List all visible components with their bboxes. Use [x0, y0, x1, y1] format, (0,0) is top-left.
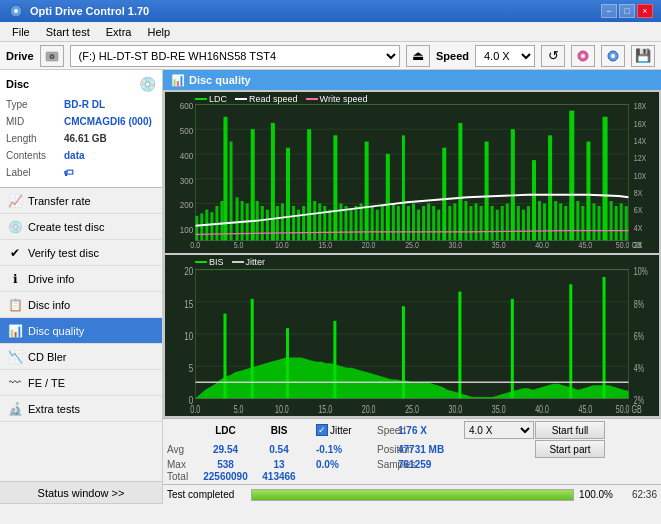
svg-rect-80 [392, 203, 395, 240]
svg-rect-63 [302, 206, 305, 241]
sidebar-item-create-test-disc[interactable]: 💿 Create test disc [0, 214, 162, 240]
svg-rect-84 [412, 203, 415, 240]
avg-jitter: -0.1% [316, 444, 376, 455]
svg-text:15.0: 15.0 [318, 404, 332, 416]
start-part-button[interactable]: Start part [535, 440, 605, 458]
svg-rect-88 [432, 206, 435, 241]
svg-rect-42 [195, 216, 198, 241]
svg-rect-116 [581, 206, 584, 241]
samples-label: Samples [377, 459, 397, 470]
sidebar-item-drive-info[interactable]: ℹ Drive info [0, 266, 162, 292]
menu-help[interactable]: Help [139, 24, 178, 40]
status-window-button[interactable]: Status window >> [0, 482, 162, 504]
drive-selector[interactable]: (F:) HL-DT-ST BD-RE WH16NS58 TST4 [70, 45, 400, 67]
stats-section: LDC BIS Jitter Speed 1.76 X 4.0 X Start … [163, 418, 661, 484]
svg-text:6%: 6% [634, 331, 644, 343]
menu-file[interactable]: File [4, 24, 38, 40]
close-button[interactable]: × [637, 4, 653, 18]
svg-rect-78 [381, 206, 384, 241]
app-icon [8, 3, 24, 19]
svg-rect-155 [251, 299, 254, 399]
total-label: Total [167, 471, 197, 482]
svg-text:8%: 8% [634, 298, 644, 310]
svg-rect-59 [281, 203, 284, 240]
svg-rect-92 [453, 203, 456, 240]
svg-rect-71 [344, 206, 347, 241]
svg-text:14X: 14X [634, 136, 647, 146]
svg-rect-62 [297, 210, 300, 241]
svg-rect-69 [333, 135, 337, 240]
sidebar-item-transfer-rate[interactable]: 📈 Transfer rate [0, 188, 162, 214]
svg-rect-120 [603, 117, 608, 241]
jitter-label: Jitter [330, 425, 352, 436]
sidebar-item-disc-quality[interactable]: 📊 Disc quality [0, 318, 162, 344]
svg-text:40.0: 40.0 [535, 404, 549, 416]
svg-text:6X: 6X [634, 206, 643, 216]
sidebar-item-fe-te[interactable]: 〰 FE / TE [0, 370, 162, 396]
svg-text:20: 20 [184, 265, 193, 278]
max-jitter: 0.0% [316, 459, 376, 470]
svg-rect-96 [475, 203, 478, 240]
sidebar-item-verify-test-disc[interactable]: ✔ Verify test disc [0, 240, 162, 266]
legend-write-label: Write speed [320, 94, 368, 104]
disc-button2[interactable] [601, 45, 625, 67]
speed-selector[interactable]: 4.0 X [475, 45, 535, 67]
sidebar-item-verify-test-disc-label: Verify test disc [28, 247, 99, 259]
refresh-button[interactable]: ↺ [541, 45, 565, 67]
avg-bis: 0.54 [254, 444, 304, 455]
svg-text:100: 100 [180, 224, 193, 235]
svg-text:5.0: 5.0 [234, 240, 244, 250]
menu-start-test[interactable]: Start test [38, 24, 98, 40]
disc-panel-title: Disc [6, 78, 29, 90]
svg-rect-43 [200, 213, 203, 240]
content-area: 📊 Disc quality LDC Read speed [163, 70, 661, 504]
svg-rect-162 [603, 277, 606, 398]
svg-rect-81 [397, 206, 400, 241]
extra-tests-icon: 🔬 [8, 402, 22, 416]
svg-text:500: 500 [180, 125, 193, 136]
svg-rect-79 [386, 154, 390, 241]
jitter-color [232, 261, 244, 263]
top-chart: LDC Read speed Write speed [165, 92, 659, 253]
legend-bis: BIS [195, 257, 224, 267]
svg-rect-118 [592, 203, 595, 240]
disc-type-value: BD-R DL [64, 96, 105, 113]
verify-test-disc-icon: ✔ [8, 246, 22, 260]
sidebar-item-disc-info-label: Disc info [28, 299, 70, 311]
svg-rect-77 [376, 210, 379, 241]
maximize-button[interactable]: □ [619, 4, 635, 18]
sidebar-item-extra-tests[interactable]: 🔬 Extra tests [0, 396, 162, 422]
svg-rect-86 [422, 206, 425, 241]
drive-icon-btn[interactable] [40, 45, 64, 67]
svg-text:300: 300 [180, 175, 193, 186]
svg-rect-102 [506, 203, 509, 240]
svg-rect-111 [554, 201, 557, 241]
transfer-rate-icon: 📈 [8, 194, 22, 208]
svg-text:400: 400 [180, 150, 193, 161]
total-ldc: 22560090 [198, 471, 253, 482]
jitter-checkbox[interactable]: Jitter [316, 424, 376, 436]
sidebar-item-disc-info[interactable]: 📋 Disc info [0, 292, 162, 318]
svg-text:12X: 12X [634, 154, 647, 164]
menu-extra[interactable]: Extra [98, 24, 140, 40]
svg-rect-93 [458, 123, 462, 241]
speed-select[interactable]: 4.0 X [464, 421, 534, 439]
svg-rect-65 [313, 201, 316, 241]
sidebar-item-cd-bler[interactable]: 📉 CD Bler [0, 344, 162, 370]
start-full-button[interactable]: Start full [535, 421, 605, 439]
minimize-button[interactable]: − [601, 4, 617, 18]
disc-button1[interactable] [571, 45, 595, 67]
svg-rect-70 [339, 203, 342, 240]
save-button[interactable]: 💾 [631, 45, 655, 67]
sidebar-item-cd-bler-label: CD Bler [28, 351, 67, 363]
svg-rect-109 [543, 203, 546, 240]
svg-rect-100 [496, 210, 499, 241]
sidebar-item-fe-te-label: FE / TE [28, 377, 65, 389]
svg-rect-95 [469, 206, 472, 241]
eject-button[interactable]: ⏏ [406, 45, 430, 67]
legend-jitter: Jitter [232, 257, 266, 267]
disc-contents-value: data [64, 147, 85, 164]
samples-value: 761259 [398, 459, 463, 470]
jitter-check-box[interactable] [316, 424, 328, 436]
progress-bar [251, 489, 574, 501]
